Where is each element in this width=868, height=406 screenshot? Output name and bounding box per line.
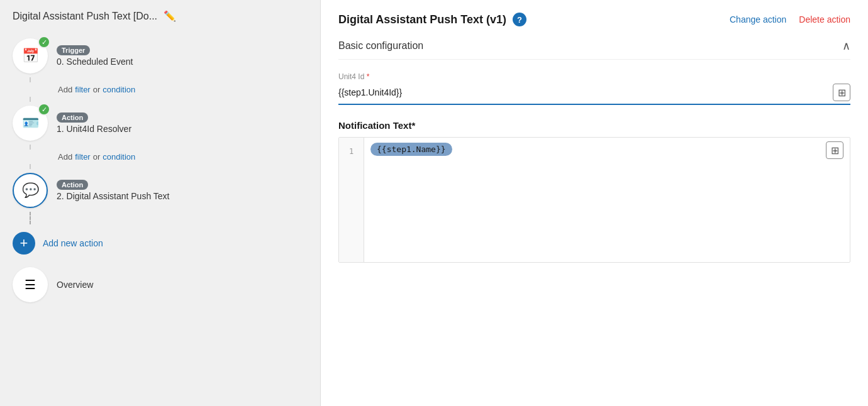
workflow: 📅 ✓ Trigger 0. Scheduled Event Add filte… xyxy=(13,35,308,307)
change-action-button[interactable]: Change action xyxy=(730,14,786,25)
action1-label-wrap: Action 1. Unit4Id Resolver xyxy=(57,112,131,134)
code-content[interactable]: {{step1.Name}} xyxy=(364,138,850,262)
connector-2 xyxy=(13,97,308,102)
vert-line-2 xyxy=(30,97,31,102)
chat-icon: 💬 xyxy=(22,182,39,199)
add-text-1: Add xyxy=(58,85,72,94)
vert-line-4 xyxy=(30,164,31,169)
unit4id-label: Unit4 Id * xyxy=(338,72,850,81)
add-filter-row-1: Add filter or condition xyxy=(13,82,308,97)
add-filter-row-2: Add filter or condition xyxy=(13,150,308,164)
action2-label-wrap: Action 2. Digital Assistant Push Text xyxy=(57,180,170,201)
action2-step-name: 2. Digital Assistant Push Text xyxy=(57,191,170,201)
notification-text-tag: {{step1.Name}} xyxy=(370,143,452,156)
action1-step-name: 1. Unit4Id Resolver xyxy=(57,124,131,134)
add-new-action-label[interactable]: Add new action xyxy=(43,238,103,248)
dashed-connector xyxy=(30,212,31,224)
id-card-icon: 🪪 xyxy=(22,115,39,131)
overview-icon-wrap: ☰ xyxy=(13,267,48,302)
panel-title-row: Digital Assistant Push Text [Do... ✏️ xyxy=(13,10,308,22)
connector-4 xyxy=(13,164,308,169)
action2-badge: Action xyxy=(57,180,88,190)
trigger-icon-wrap: 📅 ✓ xyxy=(13,38,48,74)
connector-3 xyxy=(13,145,308,150)
collapse-section-button[interactable]: ∧ xyxy=(842,39,850,53)
trigger-step-name: 0. Scheduled Event xyxy=(57,57,133,67)
action2-icon-wrap: 💬 xyxy=(13,173,48,208)
unit4id-input-row: ⊞ xyxy=(338,84,850,105)
overview-icon: ☰ xyxy=(25,277,36,292)
action1-step-row[interactable]: 🪪 ✓ Action 1. Unit4Id Resolver xyxy=(13,102,308,145)
notification-text-label: Notification Text* xyxy=(338,120,850,131)
right-header: Digital Assistant Push Text (v1) ? Chang… xyxy=(338,13,850,26)
filter-link-2[interactable]: filter xyxy=(75,152,91,162)
add-text-2: Add xyxy=(58,152,72,162)
right-title-text: Digital Assistant Push Text (v1) xyxy=(338,13,506,26)
help-icon[interactable]: ? xyxy=(513,13,526,26)
panel-title-text: Digital Assistant Push Text [Do... xyxy=(13,11,157,22)
or-text-2: or xyxy=(93,152,101,162)
notification-text-form-group: Notification Text* 1 {{step1.Name}} ⊞ xyxy=(338,120,850,263)
left-panel: Digital Assistant Push Text [Do... ✏️ 📅 … xyxy=(0,0,321,406)
vert-line-1 xyxy=(30,77,31,82)
action1-check-badge: ✓ xyxy=(38,103,50,116)
or-text-1: or xyxy=(93,85,101,94)
line-numbers: 1 xyxy=(339,138,364,262)
line-number-1: 1 xyxy=(339,143,364,160)
header-actions: Change action Delete action xyxy=(730,14,850,25)
unit4id-form-group: Unit4 Id * ⊞ xyxy=(338,72,850,105)
vert-line-3 xyxy=(30,145,31,150)
delete-action-button[interactable]: Delete action xyxy=(799,14,850,25)
action1-icon-wrap: 🪪 ✓ xyxy=(13,106,48,141)
right-panel: Digital Assistant Push Text (v1) ? Chang… xyxy=(321,0,868,406)
basic-config-title: Basic configuration xyxy=(338,40,423,52)
action1-badge: Action xyxy=(57,112,88,123)
action2-step-row[interactable]: 💬 Action 2. Digital Assistant Push Text xyxy=(13,169,308,212)
add-new-action-button[interactable]: + xyxy=(13,232,35,255)
overview-row[interactable]: ☰ Overview xyxy=(13,262,308,307)
trigger-check-badge: ✓ xyxy=(38,36,50,48)
condition-link-1[interactable]: condition xyxy=(103,85,135,94)
calendar-icon: 📅 xyxy=(22,48,39,64)
editor-insert-var-button[interactable]: ⊞ xyxy=(826,141,843,159)
notification-text-editor: 1 {{step1.Name}} ⊞ xyxy=(338,137,850,263)
condition-link-2[interactable]: condition xyxy=(103,152,135,162)
trigger-label-wrap: Trigger 0. Scheduled Event xyxy=(57,45,133,67)
unit4id-insert-var-button[interactable]: ⊞ xyxy=(833,84,850,101)
edit-title-icon[interactable]: ✏️ xyxy=(164,10,176,22)
basic-config-header: Basic configuration ∧ xyxy=(338,39,850,60)
filter-link-1[interactable]: filter xyxy=(75,85,91,94)
add-new-action-row: + Add new action xyxy=(13,224,308,262)
connector-1 xyxy=(13,77,308,82)
right-title-row: Digital Assistant Push Text (v1) ? xyxy=(338,13,526,26)
trigger-badge: Trigger xyxy=(57,45,90,55)
trigger-step-row[interactable]: 📅 ✓ Trigger 0. Scheduled Event xyxy=(13,35,308,77)
overview-label: Overview xyxy=(57,280,93,290)
unit4id-input[interactable] xyxy=(338,87,826,97)
